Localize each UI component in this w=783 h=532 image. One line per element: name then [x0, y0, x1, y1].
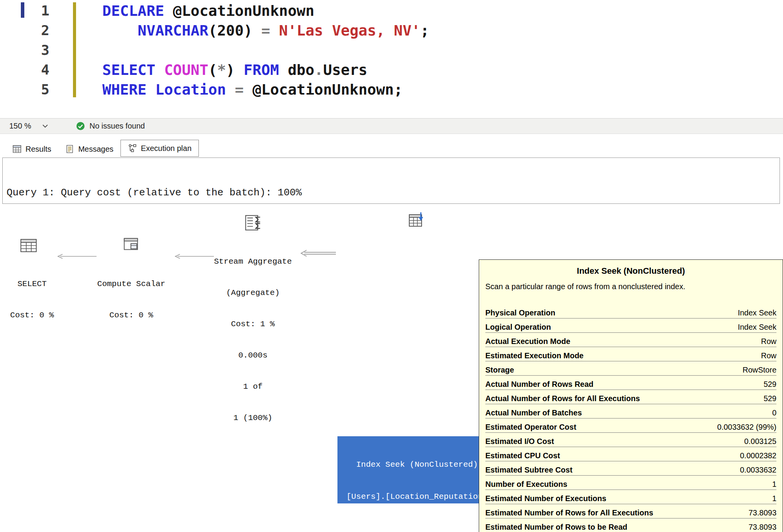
- plan-query-cost-line: Query 1: Query cost (relative to the bat…: [7, 186, 776, 199]
- sql-punctuation: ;: [394, 81, 403, 98]
- code-line: 2 NVARCHAR(200) = N'Las Vegas, NV';: [0, 20, 783, 40]
- tooltip-properties: Physical OperationIndex Seek Logical Ope…: [485, 304, 776, 532]
- plan-node-stream-aggregate[interactable]: Stream Aggregate (Aggregate) Cost: 1 % 0…: [206, 236, 300, 444]
- index-seek-icon[interactable]: [407, 211, 425, 229]
- tooltip-row: Logical OperationIndex Seek: [485, 319, 776, 333]
- node-name: Index Seek (NonClustered): [337, 459, 497, 470]
- line-number: 4: [0, 62, 49, 78]
- editor-status-bar: 150 % No issues found: [0, 118, 783, 134]
- line-number: 3: [0, 42, 49, 58]
- node-object: [Users].[Location_Reputation]: [337, 491, 497, 502]
- tooltip-row-value: 1: [772, 480, 776, 489]
- sql-identifier: @LocationUnknown: [164, 2, 314, 19]
- sql-keyword: DECLARE: [102, 2, 164, 19]
- tooltip-title: Index Seek (NonClustered): [485, 266, 776, 276]
- tab-label: Messages: [78, 145, 114, 154]
- tooltip-row-label: Actual Number of Rows for All Executions: [485, 394, 640, 403]
- code-text: NVARCHAR(200) = N'Las Vegas, NV';: [102, 22, 429, 39]
- zoom-value: 150 %: [9, 122, 31, 130]
- plan-arrow: [56, 253, 97, 259]
- node-cost: Cost: 0 %: [3, 310, 61, 320]
- sql-operator: *: [217, 61, 226, 78]
- tooltip-row-label: Estimated Number of Rows for All Executi…: [485, 508, 653, 517]
- tooltip-row-value: RowStore: [742, 366, 776, 374]
- tab-messages[interactable]: Messages: [58, 141, 120, 157]
- tooltip-row: StorageRowStore: [485, 361, 776, 376]
- compute-scalar-icon[interactable]: [122, 236, 140, 253]
- code-text: SELECT COUNT(*) FROM dbo.Users: [102, 61, 367, 78]
- line-number: 1: [0, 3, 49, 19]
- tooltip-row: Estimated Number of Rows for All Executi…: [485, 504, 776, 518]
- tab-results[interactable]: Results: [5, 141, 58, 157]
- tooltip-row-label: Number of Executions: [485, 480, 567, 489]
- tooltip-row-value: 0: [772, 408, 776, 417]
- sql-number: 200: [217, 22, 244, 39]
- tooltip-row: Estimated Number of Rows to be Read73.80…: [485, 518, 776, 532]
- tooltip-row-label: Estimated I/O Cost: [485, 437, 554, 446]
- code-text: DECLARE @LocationUnknown: [102, 2, 314, 19]
- results-grid-icon: [12, 144, 22, 154]
- tooltip-row-label: Estimated Number of Executions: [485, 494, 606, 503]
- tooltip-row-value: 529: [764, 380, 776, 389]
- plan-node-compute-scalar[interactable]: Compute Scalar Cost: 0 %: [93, 258, 170, 341]
- tooltip-row-label: Estimated Subtree Cost: [485, 466, 573, 474]
- tooltip-row-label: Actual Number of Rows Read: [485, 380, 593, 389]
- tooltip-row: Estimated I/O Cost0.003125: [485, 433, 776, 447]
- sql-identifier: Users: [323, 61, 367, 78]
- sql-punctuation: ): [226, 61, 244, 78]
- node-cost: Cost: 99 %: [337, 523, 497, 532]
- sql-operator: =: [226, 81, 253, 98]
- tooltip-row-label: Estimated Number of Rows to be Read: [485, 523, 627, 532]
- node-subtype: (Aggregate): [206, 288, 300, 298]
- tooltip-row-value: 529: [764, 394, 776, 403]
- line-number: 5: [0, 81, 49, 97]
- tooltip-row-value: 0.0033632: [740, 466, 776, 474]
- tooltip-row-label: Physical Operation: [485, 308, 555, 317]
- plan-arrow-wide: [300, 249, 337, 257]
- sql-keyword: WHERE: [102, 81, 155, 98]
- sql-operator: .: [314, 61, 323, 78]
- sql-identifier: dbo: [288, 61, 314, 78]
- tooltip-row-label: Estimated Operator Cost: [485, 423, 576, 432]
- sql-editor[interactable]: 1 DECLARE @LocationUnknown 2 NVARCHAR(20…: [0, 0, 783, 118]
- stream-aggregate-icon[interactable]: [243, 213, 263, 232]
- tooltip-row: Estimated CPU Cost0.0002382: [485, 447, 776, 461]
- code-line: 4 SELECT COUNT(*) FROM dbo.Users: [0, 60, 783, 80]
- node-time: 0.000s: [206, 350, 300, 361]
- tooltip-row: Number of Executions1: [485, 476, 776, 490]
- chevron-down-icon: [42, 124, 48, 128]
- tooltip-row: Actual Number of Batches0: [485, 404, 776, 418]
- sql-keyword: FROM: [244, 61, 288, 78]
- sql-keyword: SELECT: [102, 61, 164, 78]
- node-cost: Cost: 1 %: [206, 319, 300, 329]
- sql-punctuation: (: [208, 61, 217, 78]
- tooltip-row: Estimated Operator Cost0.0033632 (99%): [485, 418, 776, 433]
- sql-punctuation: ): [244, 22, 253, 39]
- code-line: 1 DECLARE @LocationUnknown: [0, 1, 783, 20]
- code-text: WHERE Location = @LocationUnknown;: [102, 81, 403, 98]
- tooltip-row: Estimated Number of Executions1: [485, 490, 776, 504]
- sql-function: COUNT: [164, 61, 208, 78]
- plan-node-index-seek[interactable]: Index Seek (NonClustered) [Users].[Locat…: [337, 436, 497, 503]
- operator-tooltip: Index Seek (NonClustered) Scan a particu…: [479, 259, 783, 532]
- sql-identifier: Location: [155, 81, 226, 98]
- status-message: No issues found: [90, 122, 145, 130]
- node-rows-estimated: 1 (100%): [206, 413, 300, 423]
- node-cost: Cost: 0 %: [93, 310, 170, 320]
- results-tab-bar: Results Messages Execution plan: [0, 139, 783, 157]
- sql-string: N'Las Vegas, NV': [279, 22, 420, 39]
- no-issues-icon: [76, 122, 85, 130]
- line-number: 2: [0, 22, 49, 38]
- plan-node-select[interactable]: SELECT Cost: 0 %: [3, 258, 61, 341]
- sql-identifier: @LocationUnknown: [253, 81, 394, 98]
- messages-icon: [65, 144, 75, 154]
- zoom-dropdown[interactable]: 150 %: [0, 119, 54, 134]
- select-operator-icon[interactable]: [19, 236, 38, 255]
- tab-execution-plan[interactable]: Execution plan: [120, 140, 199, 157]
- plan-statement-header: Query 1: Query cost (relative to the bat…: [2, 158, 780, 204]
- tooltip-row-value: 0.0033632 (99%): [717, 423, 776, 432]
- node-name: SELECT: [3, 279, 61, 289]
- tooltip-row-value: Row: [761, 351, 776, 360]
- sql-indent: [102, 22, 138, 39]
- execution-plan-icon: [128, 144, 137, 153]
